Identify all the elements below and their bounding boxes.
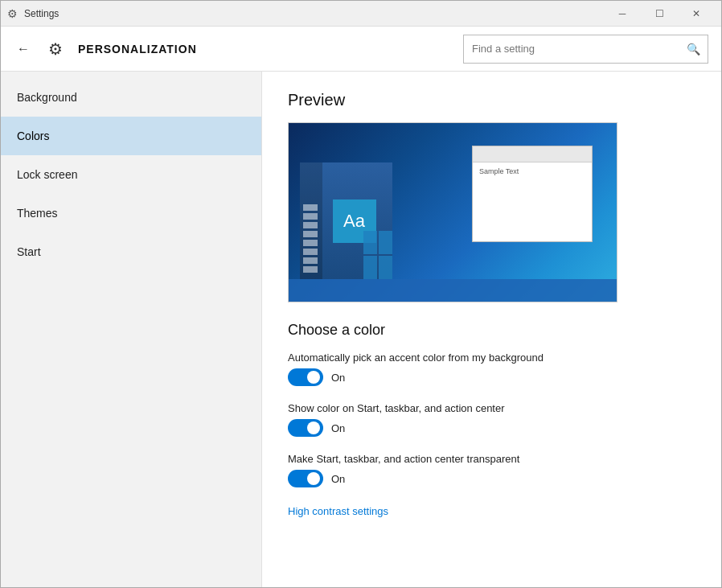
toggle-state-1: On bbox=[331, 372, 345, 384]
toggle-switch-2[interactable] bbox=[288, 419, 323, 437]
toggle-state-3: On bbox=[331, 473, 345, 485]
toggle-switch-3[interactable] bbox=[288, 470, 323, 487]
preview-sample-text: Sample Text bbox=[479, 167, 519, 175]
search-box: 🔍 bbox=[463, 35, 708, 64]
titlebar-controls: ─ ☐ ✕ bbox=[604, 1, 715, 27]
preview-window-content: Sample Text bbox=[473, 162, 592, 180]
toggle-switch-1[interactable] bbox=[288, 368, 323, 386]
page-title: PERSONALIZATION bbox=[78, 43, 197, 56]
preview-image: Aa Sample Text bbox=[288, 122, 617, 302]
preview-line-2 bbox=[303, 213, 318, 220]
main-layout: Background Colors Lock screen Themes Sta… bbox=[1, 72, 721, 588]
toggle-control-3: On bbox=[288, 470, 695, 487]
preview-tile-2 bbox=[379, 231, 392, 254]
preview-window: Sample Text bbox=[472, 146, 593, 242]
preview-line-6 bbox=[303, 249, 318, 255]
sidebar-item-colors[interactable]: Colors bbox=[1, 117, 261, 155]
search-input[interactable] bbox=[464, 43, 679, 55]
sidebar-item-lock-screen[interactable]: Lock screen bbox=[1, 155, 261, 194]
header: ← ⚙ PERSONALIZATION 🔍 bbox=[1, 27, 721, 72]
sidebar-item-label: Themes bbox=[17, 207, 58, 220]
content-area: Preview Aa bbox=[262, 72, 721, 588]
preview-tiles bbox=[363, 231, 392, 279]
preview-line-8 bbox=[303, 266, 318, 273]
choose-color-heading: Choose a color bbox=[288, 322, 695, 339]
preview-line-5 bbox=[303, 240, 318, 246]
toggle-state-2: On bbox=[331, 422, 345, 434]
toggle-label-1: Automatically pick an accent color from … bbox=[288, 352, 695, 364]
toggle-label-3: Make Start, taskbar, and action center t… bbox=[288, 453, 695, 465]
preview-start-lines bbox=[300, 162, 322, 279]
preview-tile-3 bbox=[363, 256, 377, 279]
sidebar-item-label: Background bbox=[17, 91, 77, 104]
gear-icon: ⚙ bbox=[43, 36, 68, 62]
preview-heading: Preview bbox=[288, 91, 695, 109]
minimize-button[interactable]: ─ bbox=[604, 1, 641, 27]
search-icon: 🔍 bbox=[687, 43, 700, 56]
preview-start-menu: Aa bbox=[300, 162, 392, 279]
titlebar-title: Settings bbox=[24, 8, 59, 19]
sidebar-item-background[interactable]: Background bbox=[1, 78, 261, 117]
search-icon-button[interactable]: 🔍 bbox=[679, 35, 708, 64]
titlebar-left: ⚙ Settings bbox=[7, 7, 59, 20]
high-contrast-link[interactable]: High contrast settings bbox=[288, 505, 388, 517]
toggle-label-2: Show color on Start, taskbar, and action… bbox=[288, 402, 695, 414]
preview-line-4 bbox=[303, 231, 318, 237]
preview-line-1 bbox=[303, 204, 318, 211]
settings-titlebar-icon: ⚙ bbox=[7, 7, 18, 20]
preview-tile-4 bbox=[379, 256, 392, 279]
header-left: ← ⚙ PERSONALIZATION bbox=[14, 36, 197, 62]
toggle-control-1: On bbox=[288, 368, 695, 386]
sidebar-item-label: Start bbox=[17, 245, 41, 258]
preview-tile-1 bbox=[363, 231, 377, 254]
preview-aa-text: Aa bbox=[343, 211, 365, 232]
back-button[interactable]: ← bbox=[14, 39, 33, 60]
close-button[interactable]: ✕ bbox=[678, 1, 715, 27]
toggle-row-1: Automatically pick an accent color from … bbox=[288, 352, 695, 386]
toggle-row-3: Make Start, taskbar, and action center t… bbox=[288, 453, 695, 487]
toggle-row-2: Show color on Start, taskbar, and action… bbox=[288, 402, 695, 437]
preview-taskbar bbox=[289, 279, 617, 302]
sidebar-item-start[interactable]: Start bbox=[1, 232, 261, 271]
sidebar-item-themes[interactable]: Themes bbox=[1, 194, 261, 232]
preview-window-titlebar bbox=[473, 146, 592, 162]
maximize-button[interactable]: ☐ bbox=[641, 1, 678, 27]
toggle-control-2: On bbox=[288, 419, 695, 437]
preview-line-7 bbox=[303, 257, 318, 264]
sidebar-item-label: Colors bbox=[17, 130, 49, 142]
sidebar-item-label: Lock screen bbox=[17, 168, 77, 181]
titlebar: ⚙ Settings ─ ☐ ✕ bbox=[1, 1, 721, 27]
preview-line-3 bbox=[303, 222, 318, 228]
sidebar: Background Colors Lock screen Themes Sta… bbox=[1, 72, 262, 588]
